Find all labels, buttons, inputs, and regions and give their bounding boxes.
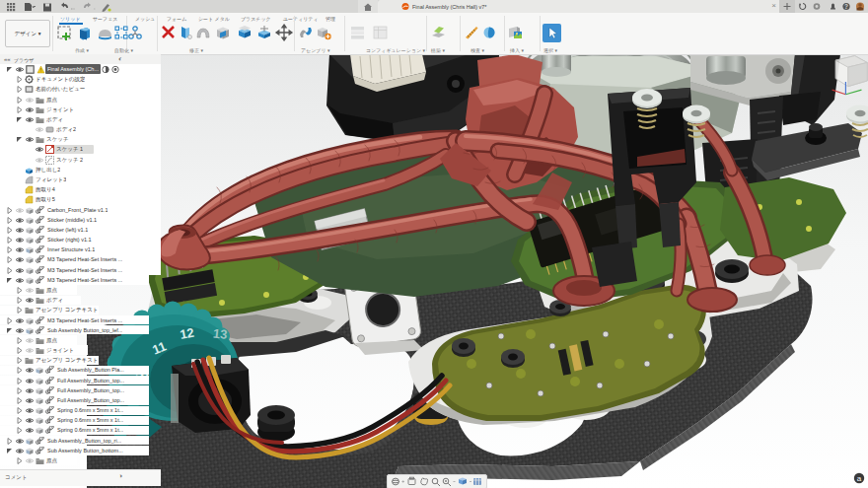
svg-text:?: ? [844,3,848,10]
svg-text:12: 12 [179,325,195,342]
svg-text:13: 13 [212,326,228,342]
svg-text:!: ! [40,67,41,73]
svg-text:a: a [857,474,862,483]
